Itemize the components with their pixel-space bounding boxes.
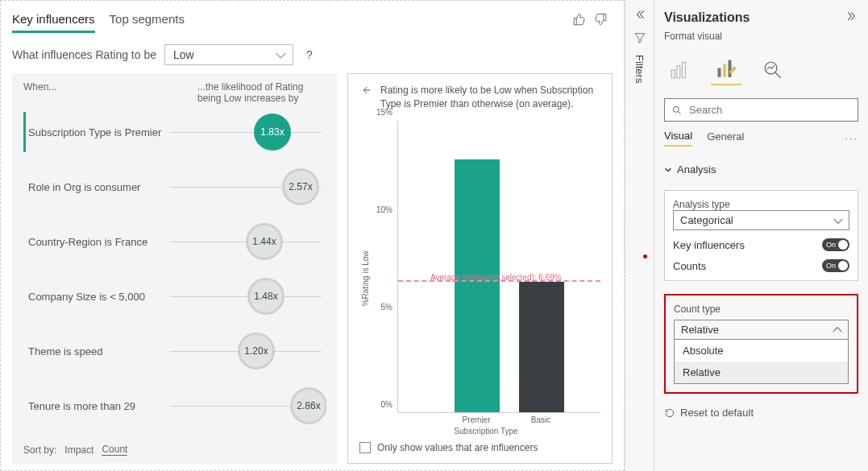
question-row: What influences Rating to be Low ? bbox=[12, 33, 613, 73]
target-value-dropdown[interactable]: Low bbox=[164, 44, 293, 65]
count-type-dropdown-list: Absolute Relative bbox=[674, 339, 849, 384]
reset-label: Reset to default bbox=[680, 407, 754, 419]
influencer-item[interactable]: Company Size is < 5,0001.48x bbox=[23, 276, 326, 316]
chart-ylabel: %Rating is Low bbox=[359, 121, 372, 436]
analysis-type-group: Analysis type Categorical bbox=[673, 199, 849, 230]
y-axis: 0%5%10%15% bbox=[372, 121, 396, 413]
counts-toggle-label: Counts bbox=[673, 260, 706, 272]
influencer-bubble: 2.86x bbox=[290, 387, 326, 424]
sort-count[interactable]: Count bbox=[102, 444, 127, 456]
format-mode-row bbox=[664, 50, 858, 90]
influencer-bubble-track: 1.20x bbox=[165, 331, 326, 371]
only-influencers-checkbox[interactable] bbox=[359, 442, 371, 453]
filter-influencers-row: Only show values that are influencers bbox=[359, 436, 600, 453]
influencers-panel: When... ...the likelihood of Rating bein… bbox=[12, 73, 338, 464]
influencer-bubble: 1.83x bbox=[254, 114, 291, 151]
format-tabs: Visual General ··· bbox=[664, 130, 858, 147]
influencers-headers: When... ...the likelihood of Rating bein… bbox=[23, 81, 326, 104]
chart-title: Rating is more likely to be Low when Sub… bbox=[380, 84, 600, 111]
back-arrow-icon[interactable] bbox=[359, 84, 372, 99]
influencer-bubble: 2.57x bbox=[282, 168, 319, 205]
thumb-down-icon[interactable] bbox=[593, 12, 608, 29]
visual-header-row: Key influencers Top segments bbox=[12, 7, 613, 33]
chart-card: Rating is more likely to be Low when Sub… bbox=[347, 73, 613, 464]
visual-body: When... ...the likelihood of Rating bein… bbox=[12, 73, 613, 464]
count-type-option-absolute[interactable]: Absolute bbox=[675, 340, 848, 362]
pane-header: Visualizations bbox=[664, 10, 858, 26]
tab-top-segments[interactable]: Top segments bbox=[110, 12, 185, 33]
influencer-label: Subscription Type is Premier bbox=[28, 126, 165, 138]
filters-label: Filters bbox=[633, 55, 646, 83]
reset-icon bbox=[664, 407, 675, 419]
influencer-bubble-track: 2.86x bbox=[165, 386, 326, 426]
pane-title: Visualizations bbox=[664, 10, 750, 25]
influencer-bubble-track: 2.57x bbox=[165, 167, 326, 207]
sort-impact[interactable]: Impact bbox=[64, 444, 93, 456]
header-when: When... bbox=[23, 81, 56, 104]
influencer-label: Tenure is more than 29 bbox=[28, 400, 165, 412]
chart-header: Rating is more likely to be Low when Sub… bbox=[359, 84, 600, 111]
search-input[interactable]: Search bbox=[664, 98, 858, 122]
key-influencers-visual: Key influencers Top segments What influe… bbox=[0, 0, 625, 471]
influencer-item[interactable]: Theme is speed1.20x bbox=[23, 331, 326, 371]
analysis-section-label: Analysis bbox=[677, 163, 716, 176]
influencer-label: Company Size is < 5,000 bbox=[28, 291, 165, 303]
analytics-icon[interactable] bbox=[758, 55, 788, 85]
influencer-label: Country-Region is France bbox=[28, 236, 165, 248]
svg-rect-1 bbox=[677, 66, 680, 78]
x-category-label: Basic bbox=[531, 415, 550, 424]
influencer-item[interactable]: Country-Region is France1.44x bbox=[23, 221, 326, 262]
filters-funnel-icon bbox=[633, 31, 646, 47]
influencer-item[interactable]: Subscription Type is Premier1.83x bbox=[23, 112, 326, 152]
count-type-highlight-box: Count type Relative Absolute Relative bbox=[664, 294, 858, 394]
pane-subtitle: Format visual bbox=[664, 31, 858, 42]
expand-filters-icon[interactable] bbox=[633, 8, 646, 23]
tab-key-influencers[interactable]: Key influencers bbox=[12, 12, 95, 33]
influencer-bubble-track: 1.44x bbox=[165, 221, 326, 262]
chart-bar bbox=[455, 159, 500, 412]
chart-bar bbox=[519, 282, 564, 412]
svg-rect-2 bbox=[682, 62, 685, 78]
plot-area: Average (excluding selected): 6.69% bbox=[397, 121, 600, 413]
search-icon bbox=[671, 105, 683, 116]
tab-visual[interactable]: Visual bbox=[664, 130, 692, 147]
tab-general[interactable]: General bbox=[707, 130, 744, 146]
x-category-label: Premier bbox=[462, 415, 490, 424]
influencer-bubble: 1.20x bbox=[238, 333, 275, 370]
sort-row: Sort by: Impact Count bbox=[23, 434, 326, 456]
key-influencers-toggle-row: Key influencers On bbox=[673, 238, 849, 251]
influencer-item[interactable]: Tenure is more than 292.86x bbox=[23, 386, 326, 426]
analysis-type-select[interactable]: Categorical bbox=[673, 210, 849, 230]
key-influencers-toggle-label: Key influencers bbox=[673, 239, 745, 251]
reset-to-default[interactable]: Reset to default bbox=[664, 402, 858, 419]
key-influencers-toggle[interactable]: On bbox=[822, 238, 849, 251]
counts-toggle[interactable]: On bbox=[822, 259, 849, 272]
analysis-section-header[interactable]: Analysis bbox=[664, 155, 858, 176]
count-type-label: Count type bbox=[674, 304, 849, 315]
visualizations-pane: Visualizations Format visual Search Visu… bbox=[654, 0, 868, 471]
y-tick: 15% bbox=[376, 107, 392, 116]
sort-label: Sort by: bbox=[23, 444, 56, 456]
svg-rect-3 bbox=[717, 68, 721, 76]
thumb-up-icon[interactable] bbox=[572, 12, 587, 29]
influencer-item[interactable]: Role in Org is consumer2.57x bbox=[23, 167, 326, 207]
build-visual-icon[interactable] bbox=[664, 55, 695, 85]
count-type-select[interactable]: Relative bbox=[674, 320, 849, 340]
format-visual-icon[interactable] bbox=[711, 55, 741, 85]
svg-rect-5 bbox=[728, 60, 731, 77]
laser-pointer-dot bbox=[643, 254, 647, 258]
question-prefix: What influences Rating to be bbox=[12, 48, 156, 61]
help-icon[interactable]: ? bbox=[306, 48, 313, 61]
more-options-icon[interactable]: ··· bbox=[845, 132, 858, 144]
filters-pane-collapsed[interactable]: Filters bbox=[625, 0, 654, 471]
svg-rect-0 bbox=[671, 70, 675, 78]
y-tick: 10% bbox=[376, 205, 392, 213]
feedback-thumbs bbox=[572, 12, 613, 29]
collapse-pane-icon[interactable] bbox=[845, 10, 858, 26]
only-influencers-label: Only show values that are influencers bbox=[377, 442, 538, 453]
analysis-settings-block: Analysis type Categorical Key influencer… bbox=[664, 190, 858, 281]
header-then: ...the likelihood of Rating being Low in… bbox=[197, 81, 326, 104]
chevron-down-icon bbox=[664, 166, 672, 174]
count-type-option-relative[interactable]: Relative bbox=[675, 362, 848, 383]
chart-xlabel: Subscription Type bbox=[454, 427, 517, 436]
